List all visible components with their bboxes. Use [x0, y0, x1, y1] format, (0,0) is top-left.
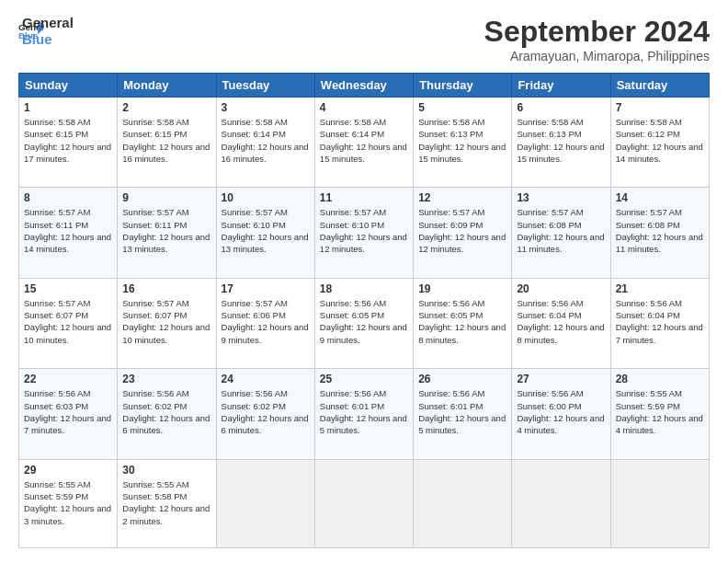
day-info: Sunrise: 5:57 AMSunset: 6:11 PMDaylight:…: [122, 206, 210, 255]
calendar-cell: 8Sunrise: 5:57 AMSunset: 6:11 PMDaylight…: [19, 188, 118, 278]
day-info: Sunrise: 5:58 AMSunset: 6:14 PMDaylight:…: [320, 116, 408, 165]
day-number: 21: [616, 282, 704, 295]
calendar-cell: 11Sunrise: 5:57 AMSunset: 6:10 PMDayligh…: [314, 188, 413, 278]
day-info: Sunrise: 5:57 AMSunset: 6:10 PMDaylight:…: [320, 206, 408, 255]
calendar-cell: [216, 459, 314, 547]
day-number: 12: [418, 191, 506, 204]
header-saturday: Saturday: [610, 74, 709, 98]
header: General Blue General Blue September 2024…: [18, 15, 710, 63]
header-wednesday: Wednesday: [314, 74, 413, 98]
title-section: September 2024 Aramayuan, Mimaropa, Phil…: [484, 15, 710, 63]
day-number: 2: [122, 101, 210, 114]
day-info: Sunrise: 5:56 AMSunset: 6:01 PMDaylight:…: [418, 387, 506, 436]
day-number: 11: [320, 191, 408, 204]
day-info: Sunrise: 5:56 AMSunset: 6:05 PMDaylight:…: [418, 297, 506, 346]
calendar-cell: [610, 459, 709, 547]
header-monday: Monday: [118, 74, 216, 98]
calendar-cell: 1Sunrise: 5:58 AMSunset: 6:15 PMDaylight…: [19, 98, 118, 188]
day-number: 24: [222, 373, 310, 385]
day-info: Sunrise: 5:55 AMSunset: 5:58 PMDaylight:…: [122, 478, 210, 527]
calendar-cell: 5Sunrise: 5:58 AMSunset: 6:13 PMDaylight…: [414, 98, 512, 188]
location: Aramayuan, Mimaropa, Philippines: [484, 49, 710, 63]
day-number: 26: [418, 373, 506, 385]
day-number: 29: [24, 464, 112, 477]
logo-general: General: [22, 15, 74, 31]
day-info: Sunrise: 5:56 AMSunset: 6:02 PMDaylight:…: [122, 387, 210, 436]
calendar-cell: 29Sunrise: 5:55 AMSunset: 5:59 PMDayligh…: [19, 459, 118, 547]
day-info: Sunrise: 5:57 AMSunset: 6:07 PMDaylight:…: [122, 297, 210, 346]
logo: General Blue General Blue: [18, 15, 74, 48]
day-info: Sunrise: 5:55 AMSunset: 5:59 PMDaylight:…: [24, 478, 112, 527]
day-number: 22: [24, 373, 112, 385]
calendar-cell: 22Sunrise: 5:56 AMSunset: 6:03 PMDayligh…: [19, 369, 118, 459]
calendar-cell: 10Sunrise: 5:57 AMSunset: 6:10 PMDayligh…: [216, 188, 314, 278]
day-info: Sunrise: 5:57 AMSunset: 6:08 PMDaylight:…: [616, 206, 704, 255]
day-number: 19: [418, 282, 506, 295]
calendar-cell: 20Sunrise: 5:56 AMSunset: 6:04 PMDayligh…: [512, 278, 610, 368]
header-sunday: Sunday: [19, 74, 118, 98]
header-tuesday: Tuesday: [216, 74, 314, 98]
day-info: Sunrise: 5:57 AMSunset: 6:11 PMDaylight:…: [24, 206, 112, 255]
day-info: Sunrise: 5:58 AMSunset: 6:15 PMDaylight:…: [122, 116, 210, 165]
day-info: Sunrise: 5:58 AMSunset: 6:13 PMDaylight:…: [517, 116, 605, 165]
calendar-cell: 16Sunrise: 5:57 AMSunset: 6:07 PMDayligh…: [118, 278, 216, 368]
calendar-cell: 4Sunrise: 5:58 AMSunset: 6:14 PMDaylight…: [314, 98, 413, 188]
day-info: Sunrise: 5:57 AMSunset: 6:09 PMDaylight:…: [418, 206, 506, 255]
day-number: 14: [616, 191, 704, 204]
day-number: 9: [122, 191, 210, 204]
calendar-cell: 18Sunrise: 5:56 AMSunset: 6:05 PMDayligh…: [314, 278, 413, 368]
day-info: Sunrise: 5:57 AMSunset: 6:07 PMDaylight:…: [24, 297, 112, 346]
calendar-cell: 6Sunrise: 5:58 AMSunset: 6:13 PMDaylight…: [512, 98, 610, 188]
calendar-cell: 3Sunrise: 5:58 AMSunset: 6:14 PMDaylight…: [216, 98, 314, 188]
day-number: 28: [616, 373, 704, 385]
day-info: Sunrise: 5:55 AMSunset: 5:59 PMDaylight:…: [616, 387, 704, 436]
day-number: 3: [222, 101, 310, 114]
day-number: 13: [517, 191, 605, 204]
calendar-cell: 26Sunrise: 5:56 AMSunset: 6:01 PMDayligh…: [414, 369, 512, 459]
calendar-cell: 15Sunrise: 5:57 AMSunset: 6:07 PMDayligh…: [19, 278, 118, 368]
header-friday: Friday: [512, 74, 610, 98]
calendar-table: Sunday Monday Tuesday Wednesday Thursday…: [18, 73, 710, 548]
day-info: Sunrise: 5:56 AMSunset: 6:04 PMDaylight:…: [517, 297, 605, 346]
calendar-cell: 13Sunrise: 5:57 AMSunset: 6:08 PMDayligh…: [512, 188, 610, 278]
calendar-cell: 2Sunrise: 5:58 AMSunset: 6:15 PMDaylight…: [118, 98, 216, 188]
calendar-cell: 28Sunrise: 5:55 AMSunset: 5:59 PMDayligh…: [610, 369, 709, 459]
day-number: 8: [24, 191, 112, 204]
day-number: 30: [122, 464, 210, 477]
calendar-cell: 25Sunrise: 5:56 AMSunset: 6:01 PMDayligh…: [314, 369, 413, 459]
calendar-cell: [512, 459, 610, 547]
day-number: 6: [517, 101, 605, 114]
day-info: Sunrise: 5:56 AMSunset: 6:03 PMDaylight:…: [24, 387, 112, 436]
day-number: 23: [122, 373, 210, 385]
day-header-row: Sunday Monday Tuesday Wednesday Thursday…: [19, 74, 710, 98]
calendar-cell: 12Sunrise: 5:57 AMSunset: 6:09 PMDayligh…: [414, 188, 512, 278]
day-number: 20: [517, 282, 605, 295]
calendar-cell: 30Sunrise: 5:55 AMSunset: 5:58 PMDayligh…: [118, 459, 216, 547]
calendar-cell: 21Sunrise: 5:56 AMSunset: 6:04 PMDayligh…: [610, 278, 709, 368]
day-number: 5: [418, 101, 506, 114]
day-number: 10: [222, 191, 310, 204]
day-number: 4: [320, 101, 408, 114]
day-info: Sunrise: 5:56 AMSunset: 6:04 PMDaylight:…: [616, 297, 704, 346]
calendar-cell: 7Sunrise: 5:58 AMSunset: 6:12 PMDaylight…: [610, 98, 709, 188]
day-number: 27: [517, 373, 605, 385]
calendar-cell: 14Sunrise: 5:57 AMSunset: 6:08 PMDayligh…: [610, 188, 709, 278]
calendar-cell: 27Sunrise: 5:56 AMSunset: 6:00 PMDayligh…: [512, 369, 610, 459]
day-info: Sunrise: 5:56 AMSunset: 6:02 PMDaylight:…: [222, 387, 310, 436]
day-number: 16: [122, 282, 210, 295]
calendar-cell: 24Sunrise: 5:56 AMSunset: 6:02 PMDayligh…: [216, 369, 314, 459]
calendar-cell: 17Sunrise: 5:57 AMSunset: 6:06 PMDayligh…: [216, 278, 314, 368]
day-info: Sunrise: 5:58 AMSunset: 6:12 PMDaylight:…: [616, 116, 704, 165]
day-info: Sunrise: 5:58 AMSunset: 6:14 PMDaylight:…: [222, 116, 310, 165]
page: General Blue General Blue September 2024…: [0, 0, 728, 563]
calendar-cell: [314, 459, 413, 547]
logo-blue: Blue: [22, 31, 74, 48]
day-number: 18: [320, 282, 408, 295]
day-info: Sunrise: 5:58 AMSunset: 6:13 PMDaylight:…: [418, 116, 506, 165]
calendar-cell: 19Sunrise: 5:56 AMSunset: 6:05 PMDayligh…: [414, 278, 512, 368]
day-info: Sunrise: 5:56 AMSunset: 6:01 PMDaylight:…: [320, 387, 408, 436]
day-info: Sunrise: 5:56 AMSunset: 6:05 PMDaylight:…: [320, 297, 408, 346]
day-info: Sunrise: 5:58 AMSunset: 6:15 PMDaylight:…: [24, 116, 112, 165]
header-thursday: Thursday: [414, 74, 512, 98]
day-number: 17: [222, 282, 310, 295]
